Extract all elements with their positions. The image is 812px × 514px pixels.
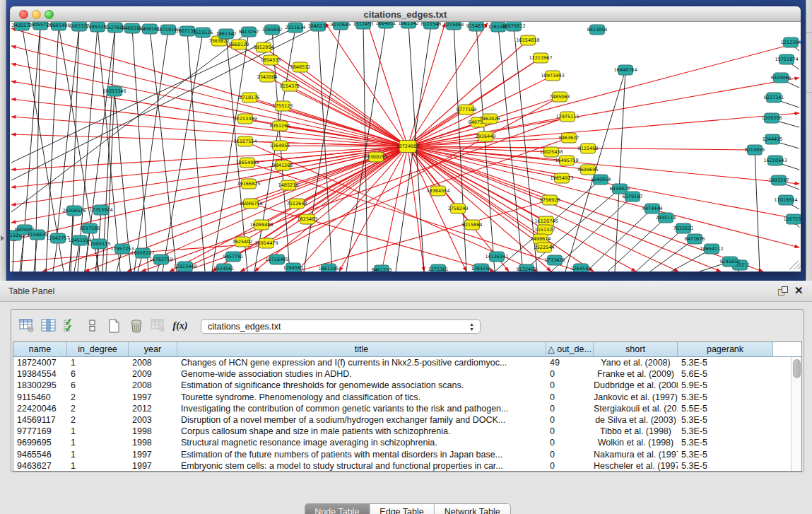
cell-out_degree[interactable]: 0 [546,437,594,448]
cell-name[interactable]: 9463627 [13,460,67,472]
scrollbar-thumb[interactable] [793,359,801,378]
column-header-in_degree[interactable]: in_degree [67,342,129,357]
cell-out_degree[interactable]: 49 [546,357,594,368]
cell-name[interactable]: 18300295 [13,380,67,391]
window-titlebar[interactable]: citations_edges.txt [10,6,801,22]
table-row[interactable]: 1830029562008Estimation of significance … [13,380,801,391]
function-builder-icon[interactable]: f(x) [171,316,189,336]
cell-short[interactable]: Tibbo et al. (1998) [594,426,678,437]
trash-icon[interactable] [127,316,146,336]
cell-name[interactable]: 18724007 [13,357,67,368]
column-header-title[interactable]: title [177,342,546,357]
cell-title[interactable]: Corpus callosum shape and size in male p… [177,426,546,437]
cell-pagerank[interactable]: 5.3E-5 [678,414,773,426]
cell-pagerank[interactable]: 5.3E-5 [678,437,773,448]
network-canvas[interactable]: 1872400718300295193845547563822866012889… [10,22,801,271]
cell-out_degree[interactable]: 0 [546,380,594,391]
cell-year[interactable]: 1998 [129,437,177,448]
cell-title[interactable]: Genome-wide association studies in ADHD. [177,368,546,380]
table-row[interactable]: 946554611997Estimation of the future num… [13,449,801,460]
new-table-icon[interactable] [105,316,124,336]
cell-pagerank[interactable]: 5.3E-5 [678,449,773,460]
cell-in_degree[interactable]: 1 [67,357,129,368]
cell-short[interactable]: Hescheler et al. (1997) [594,460,678,472]
column-header-name[interactable]: name [13,342,67,357]
table-row[interactable]: 1872400712008Changes of HCN gene express… [13,357,801,368]
cell-year[interactable]: 2008 [129,380,177,391]
cell-in_degree[interactable]: 1 [67,460,129,472]
cell-out_degree[interactable]: 0 [546,449,594,460]
cell-short[interactable]: Franke et al. (2009) [594,368,678,380]
table-row[interactable]: 1456911722003Disruption of a novel membe… [13,414,801,426]
cell-out_degree[interactable]: 0 [546,368,594,380]
cell-name[interactable]: 9699695 [13,437,67,448]
cell-short[interactable]: de Silva et al. (2003) [594,414,678,426]
table-row[interactable]: 1938455462009Genome-wide association stu… [13,368,801,380]
cell-in_degree[interactable]: 1 [67,426,129,437]
cell-in_degree[interactable]: 2 [67,392,129,403]
cell-pagerank[interactable]: 5.3E-5 [678,426,773,437]
close-panel-icon[interactable]: ✕ [794,284,804,297]
tab-network-table[interactable]: Network Table [434,504,510,514]
cell-year[interactable]: 1997 [129,460,177,472]
cell-name[interactable]: 9465546 [13,449,67,460]
window-resize-grip[interactable] [788,259,799,270]
citation-network-graph[interactable]: 1872400718300295193845547563822866012889… [10,22,801,271]
cell-in_degree[interactable]: 6 [67,380,129,391]
cell-out_degree[interactable]: 0 [546,414,594,426]
cell-title[interactable]: Changes of HCN gene expression and I(f) … [177,357,546,368]
column-header-year[interactable]: year [129,342,177,357]
table-row[interactable]: 977716911998Corpus callosum shape and si… [13,426,801,437]
cell-year[interactable]: 2009 [129,368,177,380]
table-row[interactable]: 2242004622012Investigating the contribut… [13,403,801,414]
cell-year[interactable]: 1997 [129,449,177,460]
row-height-icon[interactable] [83,316,102,336]
cell-pagerank[interactable]: 5.3E-5 [678,460,773,472]
cell-short[interactable]: Jankovic et al. (1997) [594,392,678,403]
cell-name[interactable]: 14569117 [13,414,67,426]
cell-in_degree[interactable]: 6 [67,368,129,380]
cell-pagerank[interactable]: 5.5E-5 [678,403,773,414]
cell-pagerank[interactable]: 5.3E-5 [678,357,773,368]
column-header-pagerank[interactable]: pagerank [678,342,773,357]
table-row[interactable]: 911546021997Tourette syndrome. Phenomeno… [13,392,801,403]
cell-title[interactable]: Estimation of the future numbers of pati… [177,449,546,460]
column-header-short[interactable]: short [594,342,678,357]
cell-in_degree[interactable]: 1 [67,437,129,448]
cell-short[interactable]: Dudbridge et al. (2008) [594,380,678,391]
cell-pagerank[interactable]: 5.6E-5 [678,368,773,380]
cell-year[interactable]: 2003 [129,414,177,426]
network-table-select[interactable]: citations_edges.txt ▲▼ [201,319,481,334]
tab-node-table[interactable]: Node Table [305,504,369,514]
cell-year[interactable]: 1997 [129,392,177,403]
table-settings-icon[interactable] [18,316,36,336]
cell-year[interactable]: 2012 [129,403,177,414]
cell-title[interactable]: Structural magnetic resonance image aver… [177,437,546,448]
cell-short[interactable]: Stergiakouli et al. (2012) [594,403,678,414]
cell-in_degree[interactable]: 2 [67,414,129,426]
panel-expand-arrow-icon[interactable] [1,235,4,241]
cell-in_degree[interactable]: 2 [67,403,129,414]
cell-out_degree[interactable]: 0 [546,460,594,472]
select-column-icon[interactable] [40,316,58,336]
cell-title[interactable]: Embryonic stem cells: a model to study s… [177,460,546,472]
cell-name[interactable]: 22420046 [13,403,67,414]
cell-name[interactable]: 9777169 [13,426,67,437]
cell-name[interactable]: 19384554 [13,368,67,380]
cell-name[interactable]: 9115460 [13,392,67,403]
cell-title[interactable]: Investigating the contribution of common… [177,403,546,414]
cell-year[interactable]: 2008 [129,357,177,368]
cell-short[interactable]: Wolkin et al. (1998) [594,437,678,448]
select-rows-icon[interactable] [61,316,80,336]
table-row[interactable]: 946362711997Embryonic stem cells: a mode… [13,460,801,472]
cell-out_degree[interactable]: 0 [546,403,594,414]
cell-year[interactable]: 1998 [129,426,177,437]
cell-pagerank[interactable]: 5.3E-5 [678,392,773,403]
cell-in_degree[interactable]: 1 [67,449,129,460]
cell-title[interactable]: Disruption of a novel member of a sodium… [177,414,546,426]
cell-out_degree[interactable]: 0 [546,426,594,437]
cell-pagerank[interactable]: 5.9E-5 [678,380,773,391]
cell-title[interactable]: Estimation of significance thresholds fo… [177,380,546,391]
tab-edge-table[interactable]: Edge Table [369,504,433,514]
cell-short[interactable]: Yano et al. (2008) [594,357,678,368]
